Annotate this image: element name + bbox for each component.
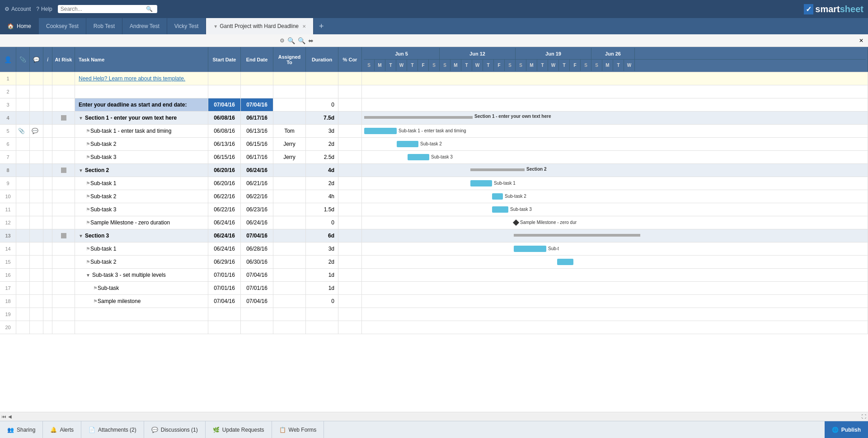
row-gantt bbox=[362, 98, 868, 111]
row-attach[interactable]: 📎 bbox=[16, 125, 30, 137]
flag-icon[interactable]: ⚑ bbox=[86, 141, 90, 147]
row-attach bbox=[16, 229, 30, 242]
rob-tab[interactable]: Rob Test bbox=[86, 18, 122, 34]
flag-icon[interactable]: ⚑ bbox=[86, 220, 90, 226]
row-task[interactable]: ⚑ Sub-task 2 bbox=[75, 190, 208, 203]
row-start: 06/20/16 bbox=[208, 177, 241, 190]
flag-icon[interactable]: ⚑ bbox=[86, 154, 90, 160]
publish-button[interactable]: 🌐 Publish bbox=[825, 421, 868, 438]
logo-check-icon: ✓ bbox=[804, 4, 813, 14]
collapse-icon[interactable]: ▼ bbox=[79, 168, 83, 173]
home-tab[interactable]: 🏠 Home bbox=[0, 18, 39, 34]
row-assigned bbox=[273, 269, 306, 281]
flag-icon[interactable]: ⚑ bbox=[86, 259, 90, 265]
row-task[interactable]: Need Help? Learn more about this templat… bbox=[75, 72, 208, 85]
row-task[interactable]: ⚑ Sub-task 2 bbox=[75, 138, 208, 150]
row-task[interactable]: ▼ Section 3 bbox=[75, 229, 208, 242]
row-cor bbox=[338, 177, 362, 190]
row-task[interactable]: ⚑ Sub-task 1 bbox=[75, 242, 208, 255]
web-forms-button[interactable]: 📋 Web Forms bbox=[272, 421, 324, 438]
flag-icon[interactable]: ⚑ bbox=[86, 128, 90, 134]
day-col: T bbox=[385, 60, 396, 71]
search-button[interactable]: 🔍 bbox=[146, 6, 153, 12]
flag-icon[interactable]: ⚑ bbox=[86, 246, 90, 252]
row-task[interactable] bbox=[75, 321, 208, 334]
row-task[interactable]: ▼ Sub-task 3 - set multiple levels bbox=[75, 269, 208, 281]
flag-icon[interactable]: ⚑ bbox=[93, 285, 98, 291]
flag-icon[interactable]: ⚑ bbox=[86, 207, 90, 213]
nav-left: ⚙ Account ? Help 🔍 bbox=[5, 5, 798, 13]
cooksey-tab[interactable]: Cooksey Test bbox=[39, 18, 86, 34]
zoom-out-icon[interactable]: 🔍 bbox=[298, 37, 305, 44]
row-task[interactable]: ⚑ Sub-task bbox=[75, 282, 208, 294]
row-task[interactable]: ▼ Section 1 - enter your own text here bbox=[75, 112, 208, 124]
fit-screen-icon[interactable]: ⛶ bbox=[862, 414, 866, 419]
gantt-bar bbox=[492, 193, 503, 200]
zoom-in-icon[interactable]: 🔍 bbox=[287, 37, 295, 44]
row-task[interactable]: ⚑ Sub-task 3 bbox=[75, 151, 208, 163]
alerts-button[interactable]: 🔔 Alerts bbox=[43, 421, 81, 438]
discussions-button[interactable]: 💬 Discussions (1) bbox=[144, 421, 206, 438]
row-task[interactable]: ⚑ Sample milestone bbox=[75, 295, 208, 308]
update-requests-button[interactable]: 🌿 Update Requests bbox=[206, 421, 272, 438]
row-task[interactable] bbox=[75, 85, 208, 98]
flag-icon[interactable]: ⚑ bbox=[93, 298, 98, 304]
row-cor bbox=[338, 138, 362, 150]
tab-close-icon[interactable]: ✕ bbox=[302, 24, 306, 29]
row-task[interactable]: ⚑ Sub-task 2 bbox=[75, 256, 208, 268]
table-row: 10 ⚑ Sub-task 2 06/22/16 06/22/16 4h Sub… bbox=[0, 190, 868, 203]
gantt-tab[interactable]: ▼ Gantt Project with Hard Deadline ✕ bbox=[206, 18, 314, 34]
add-tab-button[interactable]: + bbox=[314, 18, 329, 34]
table-row: 3 Enter your deadline as start and end d… bbox=[0, 98, 868, 112]
gear-icon: ⚙ bbox=[5, 6, 9, 12]
gantt-toolbar-right: ⚙ 🔍 🔍 ⬌ ✕ bbox=[277, 37, 866, 44]
collapse-icon[interactable]: ▼ bbox=[86, 273, 90, 278]
collapse-icon[interactable]: ▼ bbox=[79, 233, 83, 238]
collapse-icon[interactable]: ▼ bbox=[79, 116, 83, 121]
row-number: 15 bbox=[0, 256, 16, 268]
row-attach bbox=[16, 282, 30, 294]
row-attach bbox=[16, 190, 30, 203]
row-task[interactable]: ⚑ Sub-task 1 bbox=[75, 177, 208, 190]
account-label: Account bbox=[11, 6, 31, 12]
row-task[interactable]: Enter your deadline as start and end dat… bbox=[75, 98, 208, 111]
row-at-risk bbox=[52, 216, 75, 229]
search-box[interactable]: 🔍 bbox=[58, 5, 157, 13]
row-chat[interactable]: 💬 bbox=[30, 125, 43, 137]
row-number: 16 bbox=[0, 269, 16, 281]
day-col: M bbox=[602, 60, 613, 71]
row-task[interactable]: ⚑ Sub-task 3 bbox=[75, 203, 208, 216]
row-duration bbox=[306, 321, 338, 334]
day-col: W bbox=[624, 60, 635, 71]
andrew-tab[interactable]: Andrew Test bbox=[122, 18, 167, 34]
row-start: 07/01/16 bbox=[208, 269, 241, 281]
task-name-header: Task Name bbox=[75, 47, 208, 72]
row-task[interactable]: ▼ Section 2 bbox=[75, 164, 208, 177]
row-assigned bbox=[273, 282, 306, 294]
logo: ✓ smartsheet bbox=[804, 4, 863, 14]
day-col: W bbox=[396, 60, 407, 71]
sharing-button[interactable]: 👥 Sharing bbox=[0, 421, 43, 438]
row-attach bbox=[16, 177, 30, 190]
scroll-left2-icon[interactable]: ◀ bbox=[8, 414, 12, 419]
row-start: 06/13/16 bbox=[208, 138, 241, 150]
day-col: W bbox=[548, 60, 559, 71]
search-input[interactable] bbox=[61, 6, 144, 12]
scroll-left-icon[interactable]: ⏮ bbox=[2, 414, 6, 419]
close-gantt-icon[interactable]: ✕ bbox=[859, 37, 863, 44]
account-nav[interactable]: ⚙ Account bbox=[5, 6, 31, 12]
table-row: 13 ▼ Section 3 06/24/16 07/04/16 6d bbox=[0, 229, 868, 242]
help-nav[interactable]: ? Help bbox=[36, 6, 52, 12]
andrew-tab-label: Andrew Test bbox=[130, 23, 160, 29]
flag-icon[interactable]: ⚑ bbox=[86, 181, 90, 186]
row-task[interactable]: ⚑ Sample Milestone - zero duration bbox=[75, 216, 208, 229]
flag-icon[interactable]: ⚑ bbox=[86, 194, 90, 200]
row-end: 07/04/16 bbox=[241, 269, 273, 281]
row-duration: 4h bbox=[306, 190, 338, 203]
vicky-tab[interactable]: Vicky Test bbox=[167, 18, 206, 34]
row-task[interactable] bbox=[75, 308, 208, 321]
row-task[interactable]: ⚑ Sub-task 1 - enter task and timing bbox=[75, 125, 208, 137]
attachments-button[interactable]: 📄 Attachments (2) bbox=[81, 421, 144, 438]
gear-toolbar-icon[interactable]: ⚙ bbox=[280, 37, 285, 44]
fit-icon[interactable]: ⬌ bbox=[308, 37, 314, 44]
